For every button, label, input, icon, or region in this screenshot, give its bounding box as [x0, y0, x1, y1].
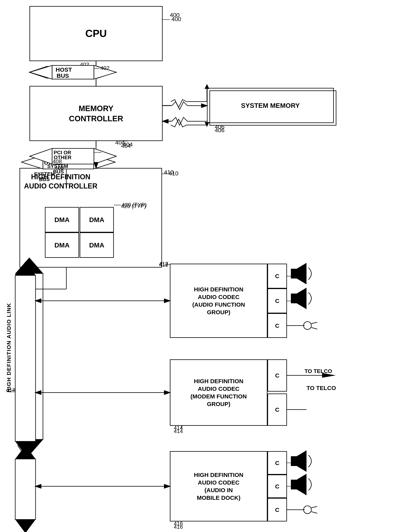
- hd-codec-mobile-ref: 416: [174, 524, 183, 530]
- svg-point-79: [304, 322, 311, 329]
- svg-rect-32: [16, 273, 43, 439]
- svg-marker-16: [94, 155, 115, 169]
- hd-audio-controller-label: HIGH DEFINITIONAUDIO CONTROLLER: [24, 172, 97, 191]
- svg-rect-89: [291, 480, 297, 489]
- svg-line-95: [311, 512, 317, 513]
- system-memory-label: SYSTEM MEMORY: [241, 101, 300, 110]
- svg-rect-75: [291, 293, 297, 303]
- svg-marker-76: [297, 288, 306, 309]
- svg-line-63: [18, 445, 21, 451]
- svg-marker-73: [297, 263, 306, 284]
- svg-marker-54: [15, 441, 36, 455]
- svg-text:HOST: HOST: [51, 66, 66, 72]
- svg-rect-7: [47, 66, 98, 78]
- mobile-c3-label: C: [275, 506, 279, 514]
- to-telco-label: TO TELCO: [306, 385, 336, 391]
- svg-marker-66: [15, 519, 36, 532]
- audio-c1-box: C: [268, 264, 287, 288]
- audio-c1-label: C: [275, 272, 279, 280]
- svg-marker-31: [16, 439, 43, 455]
- diagram: CPU 400 MEMORYCONTROLLER 404 SYSTEM MEMO…: [0, 0, 400, 532]
- audio-c2-label: C: [275, 297, 279, 305]
- hd-codec-audio-box: HIGH DEFINITIONAUDIO CODEC(AUDIO FUNCTIO…: [170, 264, 268, 338]
- dma4-box: DMA: [80, 232, 114, 258]
- hd-codec-modem-ref: 414: [174, 428, 183, 434]
- audio-c3-label: C: [275, 322, 279, 329]
- dma2-box: DMA: [80, 207, 114, 232]
- dma1-box: DMA: [45, 207, 79, 232]
- svg-marker-5: [29, 66, 47, 78]
- svg-rect-72: [291, 269, 297, 279]
- svg-text:OTHER: OTHER: [54, 154, 71, 160]
- svg-marker-42: [30, 148, 52, 164]
- svg-marker-65: [15, 445, 36, 459]
- svg-line-62: [29, 442, 33, 448]
- svg-text:PCI OR: PCI OR: [44, 155, 62, 161]
- mobile-c2-box: C: [268, 475, 287, 498]
- dma3-box: DMA: [45, 232, 79, 258]
- svg-text:PCI OR: PCI OR: [54, 150, 71, 155]
- dma3-label: DMA: [55, 241, 69, 249]
- svg-line-61: [18, 442, 21, 448]
- audio-c3-box: C: [268, 313, 287, 338]
- memory-controller-ref: 404: [121, 143, 131, 149]
- svg-marker-87: [297, 450, 306, 472]
- svg-rect-17: [43, 155, 94, 169]
- mobile-c1-label: C: [275, 459, 279, 467]
- hd-codec-modem-box: HIGH DEFINITIONAUDIO CODEC(MODEM FUNCTIO…: [170, 359, 268, 426]
- svg-line-81: [311, 328, 317, 329]
- svg-rect-55: [15, 275, 36, 441]
- svg-text:HOST: HOST: [56, 66, 72, 73]
- mobile-c1-box: C: [268, 451, 287, 475]
- svg-text:OTHER: OTHER: [44, 160, 62, 166]
- dma4-label: DMA: [89, 241, 104, 249]
- hd-codec-mobile-label: HIGH DEFINITIONAUDIO CODEC(AUDIO INMOBIL…: [194, 471, 243, 501]
- svg-text:TO TELCO: TO TELCO: [305, 368, 332, 374]
- hd-codec-mobile-box: HIGH DEFINITIONAUDIO CODEC(AUDIO INMOBIL…: [170, 451, 268, 521]
- modem-c2-box: C: [268, 393, 287, 426]
- svg-text:BUS: BUS: [57, 72, 69, 79]
- modem-c1-label: C: [275, 372, 279, 379]
- system-memory-box: SYSTEM MEMORY: [207, 88, 334, 123]
- svg-marker-35: [94, 65, 116, 79]
- hd-codec-audio-label: HIGH DEFINITIONAUDIO CODEC(AUDIO FUNCTIO…: [192, 285, 245, 316]
- cpu-ref: 400: [170, 12, 180, 18]
- audio-c2-box: C: [268, 288, 287, 313]
- svg-point-93: [304, 506, 311, 514]
- modem-c2-label: C: [275, 406, 279, 413]
- mobile-c3-box: C: [268, 498, 287, 521]
- svg-marker-83: [322, 373, 336, 378]
- svg-rect-36: [52, 65, 94, 79]
- memory-controller-label: MEMORYCONTROLLER: [69, 103, 123, 124]
- svg-rect-86: [291, 456, 297, 466]
- hd-codec-modem-label: HIGH DEFINITIONAUDIO CODEC(MODEM FUNCTIO…: [191, 377, 247, 408]
- mobile-c2-label: C: [275, 483, 279, 490]
- dma2-label: DMA: [89, 215, 104, 224]
- system-memory-ref: 406: [215, 127, 225, 133]
- svg-marker-90: [297, 474, 306, 495]
- memory-controller-box: MEMORYCONTROLLER: [30, 86, 162, 141]
- cpu-box: CPU: [30, 6, 162, 61]
- svg-line-80: [311, 322, 317, 324]
- svg-text:402: 402: [80, 62, 89, 68]
- ref-418: 418: [19, 386, 29, 392]
- svg-text:BUS: BUS: [53, 72, 65, 78]
- svg-marker-6: [98, 66, 115, 78]
- hd-codec-audio-ref: 412: [159, 262, 168, 268]
- dma-typ-ref: 420 (TYP): [121, 203, 146, 209]
- svg-rect-44: [52, 148, 94, 164]
- svg-marker-43: [94, 148, 116, 164]
- svg-line-94: [311, 507, 317, 508]
- cpu-label: CPU: [85, 27, 107, 40]
- svg-marker-34: [30, 65, 52, 79]
- svg-line-64: [29, 445, 33, 451]
- svg-text:408: 408: [53, 158, 62, 165]
- svg-marker-15: [21, 155, 43, 169]
- svg-text:402: 402: [100, 65, 110, 71]
- hd-audio-link-label: HIGH DEFINITION AUDIO LINK: [6, 289, 16, 406]
- hd-audio-controller-ref: 410: [164, 169, 174, 176]
- dma1-label: DMA: [55, 215, 69, 224]
- svg-rect-67: [15, 459, 36, 519]
- modem-c1-box: C: [268, 359, 287, 392]
